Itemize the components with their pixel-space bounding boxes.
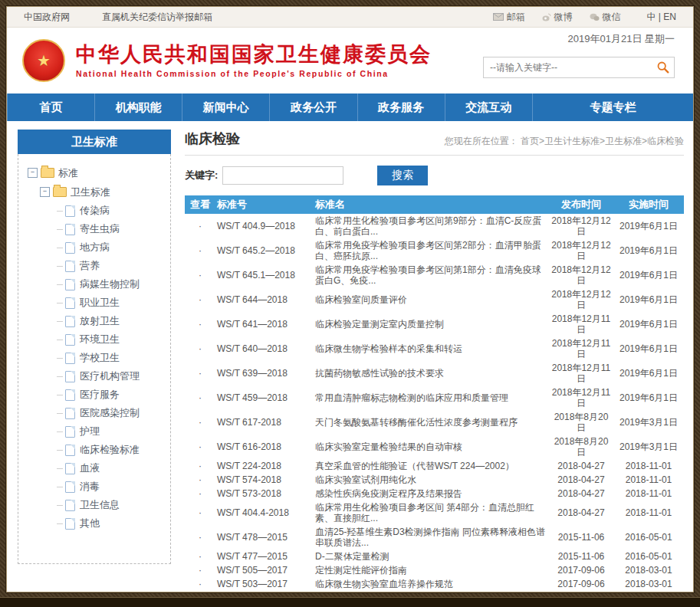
- document-icon: [65, 353, 75, 364]
- view-link[interactable]: ·: [185, 361, 215, 386]
- tree-leaf-label: 护理: [80, 425, 100, 438]
- standard-name-link[interactable]: D-二聚体定量检测: [314, 550, 549, 563]
- nav-item[interactable]: 新闻中心: [182, 94, 269, 121]
- view-link[interactable]: ·: [185, 238, 215, 263]
- language-switch[interactable]: 中 | EN: [647, 11, 676, 24]
- tree-leaf-item[interactable]: 地方病: [25, 238, 166, 257]
- view-link[interactable]: ·: [185, 525, 215, 550]
- tree-node-root[interactable]: − 标准: [25, 163, 166, 182]
- standard-no: WS/T 459—2018: [215, 386, 314, 410]
- standard-name-link[interactable]: 临床常用免疫学检验项目参考区间第1部分：血清免疫球蛋白G、免疫...: [314, 263, 549, 287]
- standard-name-link[interactable]: 感染性疾病免疫测定程序及结果报告: [314, 487, 549, 500]
- tree-leaf-item[interactable]: 环境卫生: [25, 330, 166, 349]
- standard-name-link[interactable]: 临床检验定量测定室内质量控制: [314, 312, 549, 336]
- sidebar-tree: − 标准 − 卫生标准 传染病: [18, 154, 171, 564]
- tree-leaf-item[interactable]: 消毒: [25, 477, 166, 496]
- standard-name-link[interactable]: 常用血清肿瘤标志物检测的临床应用和质量管理: [314, 386, 549, 410]
- implement-date: 2019年6月1日: [613, 287, 684, 312]
- tree-node-subroot[interactable]: − 卫生标准: [25, 182, 166, 202]
- gov-site-link[interactable]: 中国政府网: [24, 11, 70, 24]
- wechat-link[interactable]: 微信: [590, 11, 621, 24]
- tree-leaf-item[interactable]: 护理: [25, 422, 166, 441]
- implement-date: 2019年6月1日: [613, 238, 684, 263]
- tree-leaf-label: 寄生虫病: [80, 222, 120, 236]
- tree-leaf-item[interactable]: 病媒生物控制: [25, 275, 166, 294]
- breadcrumb-prefix: 您现在所在位置：: [445, 136, 518, 146]
- implement-date: 2019年6月1日: [613, 312, 684, 336]
- document-icon: [65, 371, 75, 382]
- view-link[interactable]: ·: [185, 487, 215, 500]
- view-link[interactable]: ·: [185, 550, 215, 563]
- nav-item[interactable]: 机构职能: [94, 94, 182, 121]
- view-link[interactable]: ·: [185, 263, 215, 287]
- tree-leaf-item[interactable]: 临床检验标准: [25, 441, 166, 459]
- collapse-icon[interactable]: −: [28, 168, 38, 178]
- publish-date: 2015-11-06: [549, 525, 613, 550]
- tree-leaf-item[interactable]: 寄生虫病: [25, 220, 166, 238]
- tree-node-label: 标准: [58, 166, 78, 180]
- view-link[interactable]: ·: [185, 500, 215, 525]
- table-row: · WS/T 404.9—2018 临床常用生化检验项目参考区间第9部分：血清C…: [185, 214, 684, 238]
- view-link[interactable]: ·: [185, 435, 215, 459]
- standard-name-link[interactable]: 临床检验室间质量评价: [314, 287, 549, 312]
- search-submit-button[interactable]: [652, 58, 674, 77]
- tree-leaf-item[interactable]: 学校卫生: [25, 349, 166, 367]
- tree-leaf-list: 传染病 寄生虫病 地方病: [25, 202, 166, 533]
- tree-leaf-item[interactable]: 职业卫生: [25, 294, 166, 312]
- tree-leaf-item[interactable]: 其他: [25, 514, 166, 533]
- weibo-link[interactable]: 微博: [542, 11, 573, 24]
- standard-name-link[interactable]: 临床常用生化检验项目参考区间第9部分：血清C-反应蛋白、前白蛋白...: [314, 214, 549, 238]
- folder-icon: [41, 168, 54, 178]
- standard-name-link[interactable]: 临床常用生化检验项目参考区间 第4部分：血清总胆红素、直接胆红...: [314, 500, 549, 525]
- table-row: · WS/T 478—2015 血清25-羟基维生素D3检测操作指南 同位素稀释…: [185, 525, 684, 550]
- standard-name-link[interactable]: 抗菌药物敏感性试验的技术要求: [314, 361, 549, 386]
- title-row: 临床检验 您现在所在位置： 首页>卫生计生标准>卫生标准>临床检验: [185, 130, 684, 156]
- view-link[interactable]: ·: [185, 386, 215, 410]
- view-link[interactable]: ·: [185, 410, 215, 435]
- standard-name-link[interactable]: 血清25-羟基维生素D3检测操作指南 同位素稀释液相色谱串联质谱法...: [314, 525, 549, 550]
- nav-item[interactable]: 交流互动: [445, 94, 532, 121]
- tree-leaf-item[interactable]: 医疗机构管理: [25, 367, 166, 386]
- tree-leaf-item[interactable]: 放射卫生: [25, 312, 166, 330]
- standard-no: WS/T 404.4-2018: [215, 500, 314, 525]
- breadcrumb-path[interactable]: 首页>卫生计生标准>卫生标准>临床检验: [521, 136, 684, 146]
- search-icon: [656, 61, 670, 74]
- tree-leaf-item[interactable]: 医院感染控制: [25, 404, 166, 422]
- view-link[interactable]: ·: [185, 591, 215, 592]
- tree-leaf-item[interactable]: 营养: [25, 257, 166, 275]
- standard-name-link[interactable]: 临床微生物实验室血培养操作规范: [314, 577, 549, 591]
- nav-item[interactable]: 政务公开: [269, 94, 357, 121]
- standard-name-link[interactable]: 天门冬氨酸氨基转移酶催化活性浓度参考测量程序: [314, 410, 549, 435]
- collapse-icon[interactable]: −: [40, 187, 50, 197]
- view-link[interactable]: ·: [185, 563, 215, 577]
- standard-name-link[interactable]: 定性测定性能评价指南: [314, 563, 549, 577]
- tree-leaf-item[interactable]: 传染病: [25, 202, 166, 220]
- view-link[interactable]: ·: [185, 473, 215, 487]
- keyword-input[interactable]: [222, 166, 343, 185]
- view-link[interactable]: ·: [185, 459, 215, 473]
- standard-name-link[interactable]: 酶学参考实验室参考方法测定不确定度评定指南: [314, 591, 549, 592]
- standard-name-link[interactable]: 真空采血管的性能验证（代替WS/T 224—2002）: [314, 459, 549, 473]
- site-search-input[interactable]: [484, 62, 652, 73]
- tree-leaf-item[interactable]: 血液: [25, 459, 166, 477]
- publish-date: 2018年8月20日: [549, 410, 613, 435]
- standard-name-link[interactable]: 临床实验室试剂用纯化水: [314, 473, 549, 487]
- implement-date: 2018-11-01: [613, 500, 684, 525]
- keyword-search-button[interactable]: 搜索: [377, 166, 428, 185]
- tree-leaf-item[interactable]: 医疗服务: [25, 386, 166, 404]
- view-link[interactable]: ·: [185, 287, 215, 312]
- standard-name-link[interactable]: 临床实验室定量检验结果的自动审核: [314, 435, 549, 459]
- standard-name-link[interactable]: 临床常用免疫学检验项目参考区间第2部分：血清甲胎蛋白、癌胚抗原...: [314, 238, 549, 263]
- nav-item[interactable]: 政务服务: [357, 94, 445, 121]
- mail-link[interactable]: 邮箱: [493, 11, 525, 24]
- nav-item[interactable]: 专题专栏: [532, 94, 693, 121]
- nav-item[interactable]: 首页: [7, 94, 94, 121]
- view-link[interactable]: ·: [185, 336, 215, 361]
- report-mailbox-link[interactable]: 直属机关纪委信访举报邮箱: [102, 11, 212, 24]
- implement-date: 2018-11-01: [613, 487, 684, 500]
- tree-leaf-item[interactable]: 卫生信息: [25, 496, 166, 514]
- standard-name-link[interactable]: 临床微生物学检验样本的采集和转运: [314, 336, 549, 361]
- view-link[interactable]: ·: [185, 312, 215, 336]
- view-link[interactable]: ·: [185, 577, 215, 591]
- view-link[interactable]: ·: [185, 214, 215, 238]
